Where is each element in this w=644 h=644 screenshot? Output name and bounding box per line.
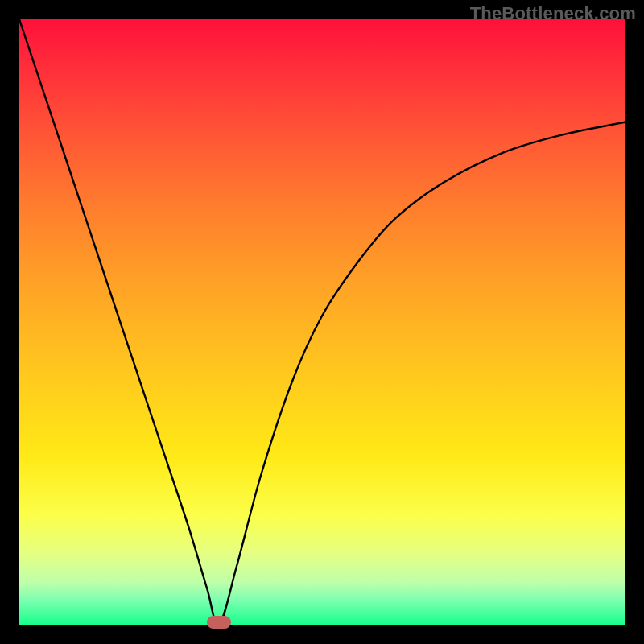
min-marker bbox=[207, 616, 231, 629]
bottleneck-curve bbox=[19, 19, 625, 625]
plot-area bbox=[19, 19, 625, 625]
curve-path bbox=[19, 19, 625, 625]
watermark-text: TheBottleneck.com bbox=[470, 3, 636, 24]
